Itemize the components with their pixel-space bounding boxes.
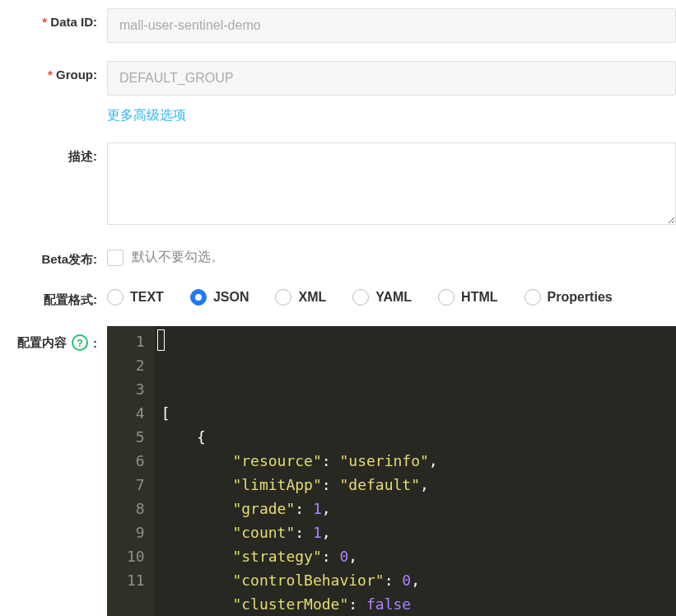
- row-group: Group:: [0, 61, 676, 96]
- radio-circle-icon: [438, 289, 455, 306]
- format-radio-group: TEXTJSONXMLYAMLHTMLProperties: [107, 286, 676, 306]
- data-id-input[interactable]: [107, 8, 676, 43]
- code-editor[interactable]: 1234567891011 [ { "resource": "userinfo"…: [107, 326, 676, 616]
- format-radio-html[interactable]: HTML: [438, 289, 497, 306]
- beta-checkbox[interactable]: [107, 250, 124, 266]
- help-icon[interactable]: ?: [72, 334, 88, 351]
- radio-circle-icon: [352, 289, 369, 306]
- format-radio-text[interactable]: TEXT: [107, 289, 164, 306]
- row-data-id: Data ID:: [0, 8, 676, 43]
- format-radio-json[interactable]: JSON: [190, 289, 249, 306]
- editor-cursor: [157, 329, 165, 351]
- radio-circle-icon: [107, 289, 124, 306]
- row-beta: Beta发布: 默认不要勾选。: [0, 245, 676, 268]
- radio-label: Properties: [548, 290, 613, 305]
- radio-label: TEXT: [130, 290, 164, 305]
- group-input[interactable]: [107, 61, 676, 96]
- label-beta: Beta发布:: [0, 245, 107, 268]
- radio-label: JSON: [213, 290, 249, 305]
- radio-circle-icon: [275, 289, 291, 306]
- row-content: 配置内容 ? : 1234567891011 [ { "resource": "…: [0, 326, 676, 616]
- description-textarea[interactable]: [107, 142, 676, 225]
- row-advanced: 更多高级选项: [0, 109, 676, 124]
- radio-circle-icon: [524, 289, 541, 306]
- radio-label: YAML: [375, 290, 412, 305]
- label-description: 描述:: [0, 142, 107, 165]
- radio-label: HTML: [461, 290, 497, 305]
- advanced-options-link[interactable]: 更多高级选项: [107, 107, 186, 124]
- editor-gutter: 1234567891011: [107, 326, 155, 616]
- row-description: 描述:: [0, 142, 676, 227]
- label-data-id: Data ID:: [0, 8, 107, 29]
- format-radio-properties[interactable]: Properties: [524, 289, 613, 306]
- radio-circle-icon: [190, 289, 207, 306]
- radio-label: XML: [298, 290, 326, 305]
- label-format: 配置格式:: [0, 286, 107, 308]
- label-content: 配置内容 ? :: [0, 326, 107, 351]
- format-radio-xml[interactable]: XML: [275, 289, 326, 306]
- row-format: 配置格式: TEXTJSONXMLYAMLHTMLProperties: [0, 286, 676, 308]
- editor-code[interactable]: [ { "resource": "userinfo", "limitApp": …: [155, 326, 676, 616]
- format-radio-yaml[interactable]: YAML: [352, 289, 412, 306]
- label-group: Group:: [0, 61, 107, 82]
- beta-hint: 默认不要勾选。: [132, 249, 224, 266]
